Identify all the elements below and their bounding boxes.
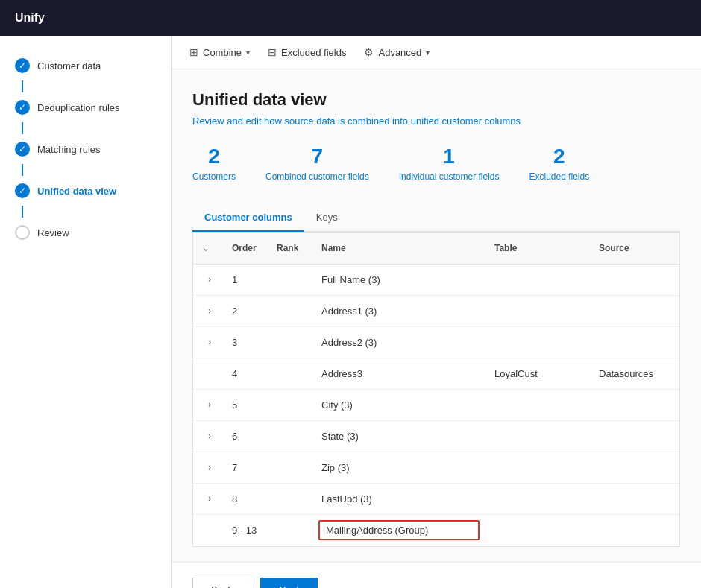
row-source-7 [590,461,679,473]
row-table-8 [485,493,590,505]
table-row: 9 - 13 MailingAddress (Group) [193,515,679,546]
excluded-fields-icon: ⊟ [268,46,277,58]
sidebar-label-customer-data: Customer data [37,60,101,72]
combine-chevron: ▾ [246,48,250,57]
row-order-8: 8 [223,487,268,510]
sidebar-icon-review [15,225,30,240]
row-order-6: 6 [223,425,268,448]
row-expand-8[interactable]: › [193,485,223,512]
expand-icon-3[interactable]: › [202,335,217,350]
toolbar-excluded-label: Excluded fields [281,47,346,58]
row-source-5 [590,399,679,411]
row-expand-2[interactable]: › [193,297,223,324]
table-row: › 5 City (3) [193,390,679,421]
col-header-order: Order [223,238,268,258]
sidebar-item-customer-data[interactable]: ✓ Customer data [0,51,171,80]
row-table-1 [485,274,590,285]
sidebar-check-icon-unified: ✓ [15,183,30,198]
col-header-expand: ⌄ [193,238,223,258]
row-name-7: Zip (3) [312,456,485,479]
sidebar-label-review: Review [37,227,69,238]
sidebar-check-icon-customer-data: ✓ [15,58,30,73]
back-button[interactable]: Back [192,578,251,588]
sidebar-item-matching-rules[interactable]: ✓ Matching rules [0,134,171,164]
row-table-9 [485,524,590,536]
stat-customers: 2 Customers [192,145,236,183]
expand-icon-6[interactable]: › [202,429,217,443]
row-table-6 [485,430,590,442]
expand-icon-7[interactable]: › [202,460,217,475]
sidebar-item-unified-data-view[interactable]: ✓ Unified data view [0,176,171,206]
row-order-1: 1 [223,268,268,291]
advanced-icon: ⚙ [364,46,374,58]
tabs: Customer columns Keys [192,204,680,232]
row-name-3: Address2 (3) [312,331,485,354]
sidebar: ✓ Customer data ✓ Deduplication rules ✓ … [0,36,172,588]
stat-number-customers: 2 [208,145,220,168]
page-title: Unified data view [192,90,680,110]
data-table: ⌄ Order Rank Name Table Source › 1 Full … [192,232,680,547]
row-expand-5[interactable]: › [193,391,223,418]
toolbar-combine[interactable]: ⊞ Combine ▾ [189,46,250,58]
table-row: › 8 LastUpd (3) [193,484,679,515]
toolbar: ⊞ Combine ▾ ⊟ Excluded fields ⚙ Advanced… [172,36,701,69]
expand-icon-8[interactable]: › [202,491,217,506]
row-rank-4 [268,367,312,379]
col-header-source: Source [590,238,679,258]
row-rank-7 [268,461,312,473]
row-table-4: LoyalCust [485,362,590,385]
sidebar-connector-4 [22,206,23,218]
next-button[interactable]: Next [260,578,318,588]
row-table-2 [485,305,590,317]
row-order-2: 2 [223,300,268,323]
expand-icon-1[interactable]: › [202,272,217,287]
stat-individual-fields: 1 Individual customer fields [399,145,500,183]
row-source-3 [590,336,679,348]
page-subtitle: Review and edit how source data is combi… [192,116,680,127]
row-expand-1[interactable]: › [193,266,223,293]
stats-row: 2 Customers 7 Combined customer fields 1… [192,145,680,183]
row-source-6 [590,430,679,442]
row-expand-9 [193,524,223,536]
row-name-6: State (3) [312,425,485,448]
expand-icon-2[interactable]: › [202,303,217,318]
row-rank-9 [268,524,312,536]
toolbar-excluded-fields[interactable]: ⊟ Excluded fields [268,46,346,58]
row-name-2: Address1 (3) [312,300,485,323]
row-name-1: Full Name (3) [312,268,485,291]
toolbar-combine-label: Combine [203,47,242,58]
col-header-name: Name [312,238,485,258]
table-row: › 1 Full Name (3) [193,265,679,296]
stat-number-individual: 1 [443,145,455,168]
row-rank-6 [268,430,312,442]
row-expand-4 [193,367,223,379]
row-order-9: 9 - 13 [223,519,268,542]
tab-customer-columns[interactable]: Customer columns [192,204,304,232]
stat-label-individual: Individual customer fields [399,171,500,183]
tab-keys[interactable]: Keys [304,204,350,232]
row-table-5 [485,399,590,411]
row-source-4: Datasources [590,362,679,385]
stat-combined-fields: 7 Combined customer fields [265,145,369,183]
content-area: Unified data view Review and edit how so… [172,69,701,562]
row-source-9 [590,524,679,536]
stat-number-excluded: 2 [553,145,565,168]
row-order-7: 7 [223,456,268,479]
expand-icon-5[interactable]: › [202,397,217,412]
row-table-7 [485,461,590,473]
row-expand-7[interactable]: › [193,454,223,481]
sidebar-item-deduplication-rules[interactable]: ✓ Deduplication rules [0,92,171,122]
table-row: › 6 State (3) [193,421,679,452]
row-order-5: 5 [223,393,268,417]
sidebar-item-review[interactable]: Review [0,218,171,247]
row-rank-5 [268,399,312,411]
table-row: › 7 Zip (3) [193,452,679,484]
toolbar-advanced[interactable]: ⚙ Advanced ▾ [364,46,430,58]
row-expand-6[interactable]: › [193,423,223,449]
table-row: › 3 Address2 (3) [193,327,679,358]
row-name-8: LastUpd (3) [312,487,485,510]
stat-label-combined: Combined customer fields [265,171,369,183]
row-expand-3[interactable]: › [193,329,223,355]
main-layout: ✓ Customer data ✓ Deduplication rules ✓ … [0,36,701,588]
stat-label-customers: Customers [192,171,236,183]
